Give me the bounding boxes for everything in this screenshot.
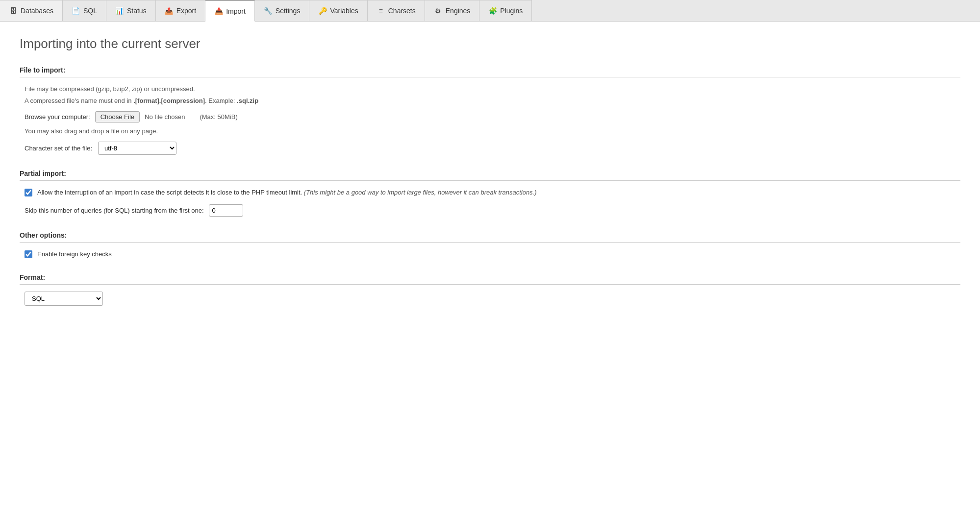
format-body: SQL CSV CSV using LOAD DATA MediaWiki Ta… (20, 292, 960, 306)
file-info-format: .[format].[compression] (133, 97, 205, 104)
nav-label-settings: Settings (276, 7, 301, 15)
no-file-text: No file chosen (145, 113, 185, 121)
other-options-header: Other options: (20, 231, 960, 243)
settings-icon: 🔧 (264, 6, 273, 15)
database-icon: 🗄 (9, 6, 18, 15)
partial-import-body: Allow the interruption of an import in c… (20, 188, 960, 217)
navigation-bar: 🗄 Databases 📄 SQL 📊 Status 📤 Export 📥 Im… (0, 0, 980, 22)
interrupt-label-text: Allow the interruption of an import in c… (37, 189, 304, 196)
interrupt-checkbox-row: Allow the interruption of an import in c… (25, 188, 955, 197)
nav-item-export[interactable]: 📤 Export (156, 0, 205, 21)
export-icon: 📤 (165, 6, 174, 15)
page-title: Importing into the current server (20, 36, 960, 51)
file-import-body: File may be compressed (gzip, bzip2, zip… (20, 84, 960, 155)
file-import-section: File to import: File may be compressed (… (20, 66, 960, 155)
nav-label-export: Export (176, 7, 196, 15)
nav-label-import: Import (226, 7, 246, 15)
foreign-key-checkbox[interactable] (25, 250, 32, 258)
nav-item-charsets[interactable]: ≡ Charsets (368, 0, 425, 21)
browse-row: Browse your computer: Choose File No fil… (25, 111, 955, 122)
charsets-icon: ≡ (377, 6, 385, 15)
nav-item-settings[interactable]: 🔧 Settings (255, 0, 310, 21)
main-content: Importing into the current server File t… (0, 22, 980, 514)
file-import-header: File to import: (20, 66, 960, 77)
format-select[interactable]: SQL CSV CSV using LOAD DATA MediaWiki Ta… (25, 292, 103, 306)
sql-icon: 📄 (72, 6, 80, 15)
file-info-line1: File may be compressed (gzip, bzip2, zip… (25, 84, 955, 94)
nav-label-variables: Variables (330, 7, 358, 15)
skip-queries-label: Skip this number of queries (for SQL) st… (25, 207, 204, 214)
other-options-section: Other options: Enable foreign key checks (20, 231, 960, 259)
file-info-middle: . Example: (205, 97, 237, 104)
nav-label-charsets: Charsets (388, 7, 416, 15)
nav-item-sql[interactable]: 📄 SQL (63, 0, 106, 21)
foreign-key-label: Enable foreign key checks (37, 249, 112, 259)
engines-icon: ⚙ (434, 6, 443, 15)
nav-item-databases[interactable]: 🗄 Databases (0, 0, 63, 21)
nav-label-plugins: Plugins (500, 7, 523, 15)
choose-file-button[interactable]: Choose File (95, 111, 140, 122)
nav-label-status: Status (127, 7, 147, 15)
file-info-example: .sql.zip (237, 97, 258, 104)
file-info-line2: A compressed file's name must end in .[f… (25, 96, 955, 106)
foreign-key-checkbox-row: Enable foreign key checks (25, 249, 955, 259)
skip-queries-input[interactable] (209, 204, 243, 217)
nav-item-plugins[interactable]: 🧩 Plugins (479, 0, 532, 21)
nav-item-import[interactable]: 📥 Import (205, 0, 255, 22)
charset-label: Character set of the file: (25, 145, 92, 152)
browse-label: Browse your computer: (25, 113, 90, 121)
nav-label-databases: Databases (21, 7, 53, 15)
format-section: Format: SQL CSV CSV using LOAD DATA Medi… (20, 273, 960, 306)
partial-import-header: Partial import: (20, 170, 960, 181)
interrupt-checkbox[interactable] (25, 189, 32, 196)
nav-item-engines[interactable]: ⚙ Engines (425, 0, 480, 21)
charset-row: Character set of the file: utf-8 utf-16 … (25, 142, 955, 155)
status-icon: 📊 (115, 6, 124, 15)
import-icon: 📥 (214, 7, 223, 16)
interrupt-label-italic: (This might be a good way to import larg… (304, 189, 537, 196)
nav-item-variables[interactable]: 🔑 Variables (309, 0, 367, 21)
nav-label-engines: Engines (446, 7, 471, 15)
drag-drop-text: You may also drag and drop a file on any… (25, 127, 955, 135)
skip-queries-row: Skip this number of queries (for SQL) st… (25, 204, 955, 217)
other-options-body: Enable foreign key checks (20, 249, 960, 259)
plugins-icon: 🧩 (488, 6, 497, 15)
file-info-prefix: A compressed file's name must end in (25, 97, 133, 104)
variables-icon: 🔑 (318, 6, 327, 15)
nav-item-status[interactable]: 📊 Status (106, 0, 156, 21)
max-size-text: (Max: 50MiB) (200, 113, 237, 121)
charset-select[interactable]: utf-8 utf-16 latin1 ascii cp1250 cp1251 … (98, 142, 176, 155)
format-header: Format: (20, 273, 960, 285)
nav-label-sql: SQL (83, 7, 97, 15)
partial-import-section: Partial import: Allow the interruption o… (20, 170, 960, 217)
interrupt-checkbox-label: Allow the interruption of an import in c… (37, 188, 537, 197)
